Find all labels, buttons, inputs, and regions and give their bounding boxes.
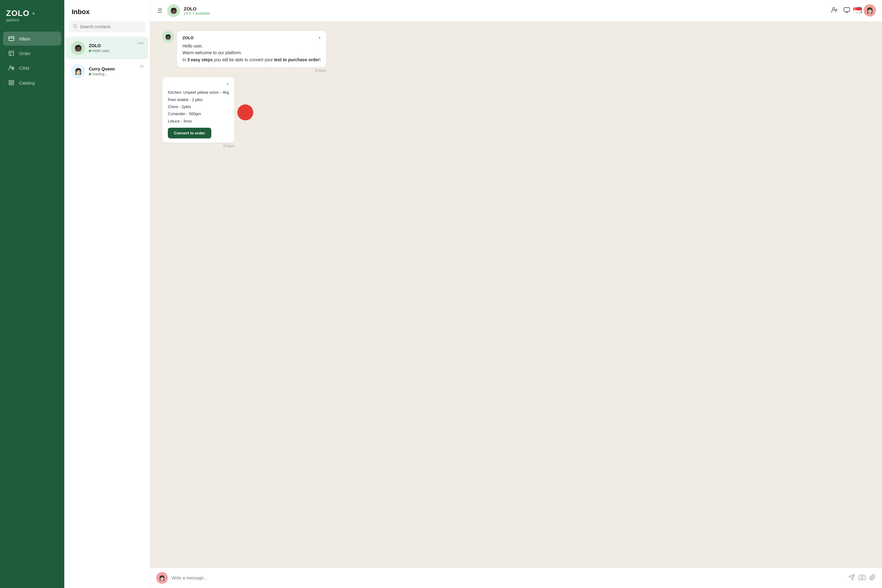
order-chevron-icon[interactable]: ▾ (226, 81, 229, 86)
svg-rect-4 (9, 81, 11, 82)
svg-rect-1 (9, 51, 14, 56)
bubble-text-welcome: Hello user, Warm welcome to our platform… (183, 43, 321, 63)
order-icon (8, 50, 15, 57)
avatar-zolo: 🧑🏿 (71, 41, 85, 55)
chat-header: ☰ 🧑🏿 ZOLO 24 X 7 Available (150, 0, 882, 22)
camera-icon[interactable] (859, 574, 866, 582)
top-right-area: 🇸🇬 👩🏻 (853, 4, 876, 16)
chat-area: 🇸🇬 👩🏻 ☰ 🧑🏿 ZOLO 24 X 7 Available (150, 0, 882, 588)
online-dot-curry-queen (89, 73, 91, 75)
chat-contact-info: ZOLO 24 X 7 Available (184, 6, 210, 16)
inbox-title: Inbox (64, 0, 150, 21)
sidebar-logo: ZOLO ▾ platform (0, 0, 64, 28)
avatar-curry-queen: 👩🏻 (71, 64, 85, 78)
messages-area: 🧑🏿 ZOLO ▾ Hello user, Warm welcome to ou… (150, 22, 882, 567)
svg-rect-10 (844, 8, 849, 11)
svg-rect-7 (12, 83, 14, 85)
contact-item-zolo[interactable]: 🧑🏿 ZOLO Hello user, now (66, 37, 148, 59)
app-name: ZOLO (6, 9, 29, 18)
chat-contact-status: 24 X 7 Available (184, 11, 210, 16)
sidebar-item-crm[interactable]: CRM (3, 61, 61, 75)
chat-contact-avatar: 🧑🏿 (167, 4, 180, 17)
flag-icon: 🇸🇬 (853, 6, 861, 14)
message-avatar-zolo: 🧑🏿 (162, 31, 174, 43)
notes-icon[interactable] (843, 7, 850, 15)
contact-list: 🧑🏿 ZOLO Hello user, now 👩🏻 Curry Queen l… (64, 37, 150, 83)
chat-header-left: ☰ 🧑🏿 ZOLO 24 X 7 Available (158, 4, 828, 17)
bubble-header-welcome: ZOLO ▾ (183, 35, 321, 40)
search-bar (69, 21, 146, 33)
contact-preview-zolo: Hello user, (89, 49, 143, 53)
hamburger-icon[interactable]: ☰ (158, 8, 162, 14)
sidebar-nav: Inbox Order CRM (0, 28, 64, 93)
catalog-icon (8, 80, 15, 86)
sidebar-item-label-order: Order (19, 51, 31, 56)
convert-to-order-button[interactable]: Convert to order (168, 128, 212, 138)
sidebar-item-inbox[interactable]: Inbox (3, 32, 61, 46)
red-dot-indicator (237, 104, 253, 120)
contact-name-zolo: ZOLO (89, 43, 143, 48)
contact-time-zolo: now (138, 41, 144, 45)
search-input[interactable] (80, 24, 141, 29)
message-input[interactable] (171, 576, 844, 580)
contacts-icon[interactable] (831, 7, 838, 15)
online-dot-zolo (89, 50, 91, 52)
contact-preview-curry-queen: loading... (89, 72, 143, 76)
search-icon (73, 24, 78, 29)
message-row-order: ▾ Kitchen: Unpeel yellow onion - 4kg Pee… (162, 77, 870, 148)
sidebar-item-label-crm: CRM (19, 66, 29, 71)
sidebar-item-order[interactable]: Order (3, 46, 61, 60)
inbox-icon (8, 35, 15, 42)
chevron-down-icon: ▾ (33, 11, 34, 16)
contact-info-zolo: ZOLO Hello user, (89, 43, 143, 53)
chat-contact-name: ZOLO (184, 6, 210, 11)
order-items: Kitchen: Unpeel yellow onion - 4kg Peel … (168, 89, 229, 124)
svg-rect-6 (9, 83, 11, 85)
welcome-bubble-wrapper: ZOLO ▾ Hello user, Warm welcome to our p… (177, 31, 326, 72)
sidebar-item-label-catalog: Catalog (19, 80, 35, 86)
order-bubble-header: ▾ (168, 81, 229, 86)
app-subtitle: platform (6, 18, 34, 22)
bubble-sender-zolo: ZOLO (183, 36, 194, 40)
svg-point-9 (833, 8, 835, 9)
sidebar: ZOLO ▾ platform Inbox Order (0, 0, 64, 588)
contact-item-curry-queen[interactable]: 👩🏻 Curry Queen loading... 2h (66, 60, 148, 82)
bubble-chevron-icon[interactable]: ▾ (318, 35, 321, 40)
message-time-order: 9:12pm (162, 144, 234, 148)
contact-time-curry-queen: 2h (140, 64, 144, 68)
svg-point-2 (9, 66, 12, 68)
message-row-welcome: 🧑🏿 ZOLO ▾ Hello user, Warm welcome to ou… (162, 31, 870, 72)
contact-info-curry-queen: Curry Queen loading... (89, 66, 143, 76)
contact-name-curry-queen: Curry Queen (89, 66, 143, 71)
svg-rect-5 (12, 81, 14, 82)
inbox-panel: Inbox 🧑🏿 ZOLO Hello user, now 👩🏻 (64, 0, 150, 588)
crm-icon (8, 64, 15, 71)
input-user-avatar: 👩🏻 (156, 572, 168, 584)
sidebar-item-label-inbox: Inbox (19, 36, 30, 41)
order-bubble: ▾ Kitchen: Unpeel yellow onion - 4kg Pee… (162, 77, 234, 143)
sidebar-item-catalog[interactable]: Catalog (3, 76, 61, 90)
welcome-bubble: ZOLO ▾ Hello user, Warm welcome to our p… (177, 31, 326, 68)
svg-point-17 (861, 576, 863, 579)
svg-rect-0 (9, 36, 14, 40)
input-area: 👩🏻 (150, 567, 882, 588)
attachment-icon[interactable] (869, 574, 876, 582)
send-icon[interactable] (848, 574, 855, 582)
message-time-welcome: 9:35pm (177, 69, 326, 72)
user-avatar: 👩🏻 (864, 4, 876, 16)
order-bubble-wrapper: ▾ Kitchen: Unpeel yellow onion - 4kg Pee… (162, 77, 234, 148)
